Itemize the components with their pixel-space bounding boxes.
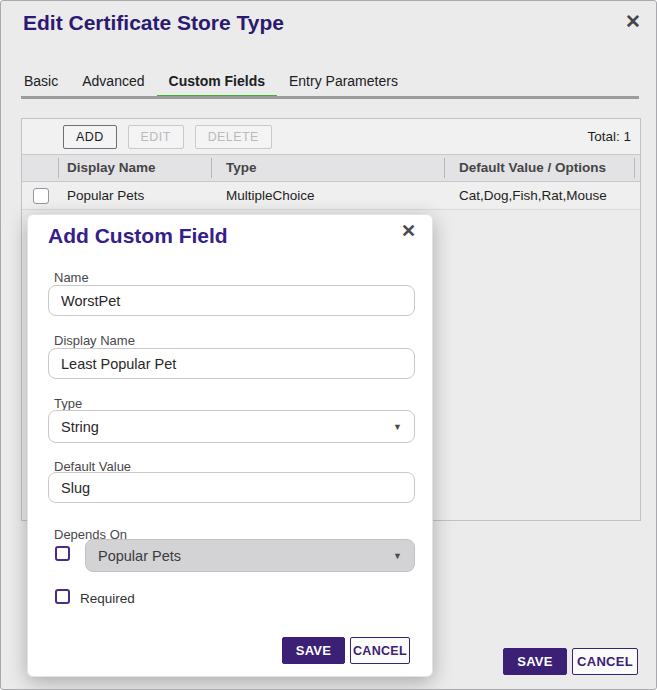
close-icon[interactable]: ✕: [625, 11, 641, 33]
tab-advanced[interactable]: Advanced: [70, 71, 156, 99]
depends-on-select-value: Popular Pets: [98, 548, 181, 564]
table-row[interactable]: Popular Pets MultipleChoice Cat,Dog,Fish…: [22, 182, 640, 210]
cell-type: MultipleChoice: [212, 188, 445, 203]
add-button[interactable]: ADD: [63, 125, 117, 149]
name-label: Name: [54, 270, 89, 285]
chevron-down-icon: ▼: [393, 422, 402, 432]
tab-divider: [21, 96, 639, 99]
modal-close-icon[interactable]: ✕: [401, 220, 416, 242]
display-name-label: Display Name: [54, 333, 135, 348]
tab-bar: Basic Advanced Custom Fields Entry Param…: [12, 71, 410, 99]
depends-on-select: Popular Pets ▼: [85, 539, 415, 572]
dialog-cancel-button[interactable]: CANCEL: [572, 648, 638, 675]
cell-display-name: Popular Pets: [59, 188, 212, 203]
page-title: Edit Certificate Store Type: [23, 11, 284, 35]
column-header-display-name: Display Name: [59, 158, 212, 178]
name-input[interactable]: [48, 285, 415, 316]
type-label: Type: [54, 396, 82, 411]
tab-entry-parameters[interactable]: Entry Parameters: [277, 71, 410, 99]
default-value-input[interactable]: [48, 472, 415, 503]
chevron-down-icon: ▼: [393, 551, 402, 561]
column-header-default-value: Default Value / Options: [445, 158, 635, 178]
display-name-input[interactable]: [48, 348, 415, 379]
required-checkbox[interactable]: [55, 589, 70, 604]
edit-certificate-store-type-dialog: Edit Certificate Store Type ✕ Basic Adva…: [0, 0, 657, 690]
column-header-type: Type: [212, 158, 445, 178]
dialog-save-button[interactable]: SAVE: [503, 648, 567, 675]
type-select-value: String: [61, 419, 99, 435]
header-checkbox-cell: [22, 158, 59, 178]
tab-custom-fields[interactable]: Custom Fields: [157, 71, 277, 99]
tab-basic[interactable]: Basic: [12, 71, 70, 99]
total-count: Total: 1: [587, 129, 640, 144]
row-checkbox[interactable]: [33, 188, 49, 204]
delete-button[interactable]: DELETE: [195, 125, 272, 149]
add-custom-field-modal: Add Custom Field ✕ Name Display Name Typ…: [27, 214, 433, 677]
table-toolbar: ADD EDIT DELETE Total: 1: [22, 119, 640, 154]
required-label: Required: [80, 591, 135, 606]
modal-cancel-button[interactable]: CANCEL: [350, 637, 410, 664]
modal-save-button[interactable]: SAVE: [282, 637, 345, 664]
cell-default-value: Cat,Dog,Fish,Rat,Mouse: [445, 188, 635, 203]
edit-button[interactable]: EDIT: [128, 125, 184, 149]
modal-title: Add Custom Field: [48, 224, 228, 248]
type-select[interactable]: String ▼: [48, 410, 415, 443]
table-header-row: Display Name Type Default Value / Option…: [22, 154, 640, 182]
depends-on-checkbox[interactable]: [55, 546, 70, 561]
